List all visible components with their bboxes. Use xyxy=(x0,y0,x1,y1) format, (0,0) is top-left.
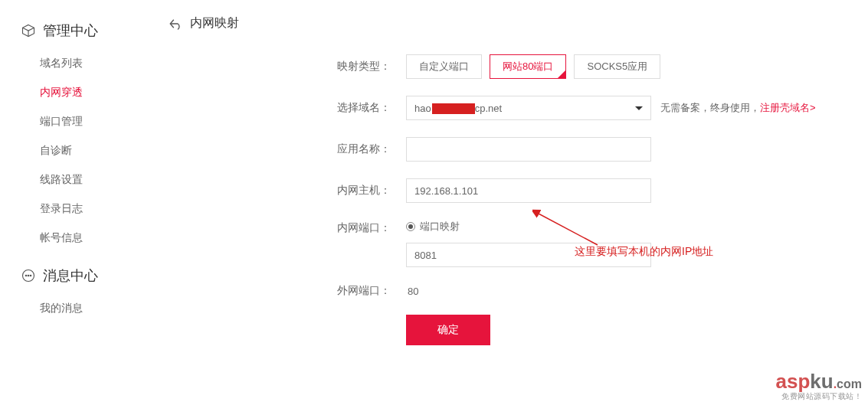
sidebar-item-label: 域名列表 xyxy=(40,57,83,69)
label-intranet-port: 内网端口： xyxy=(169,220,406,235)
sidebar-item-label: 自诊断 xyxy=(40,144,72,156)
sidebar-item-account-info[interactable]: 帐号信息 xyxy=(0,224,153,253)
sidebar-item-line-settings[interactable]: 线路设置 xyxy=(0,165,153,194)
label-extranet-port: 外网端口： xyxy=(169,284,406,298)
chat-icon xyxy=(21,269,35,283)
sidebar: 管理中心 域名列表 内网穿透 端口管理 自诊断 线路设置 登录日志 帐号信息 消… xyxy=(0,0,153,338)
brand-tld: com xyxy=(837,377,862,390)
row-host: 内网主机： xyxy=(169,178,868,203)
page-header: 内网映射 xyxy=(169,15,868,54)
app-name-input[interactable] xyxy=(406,137,651,162)
row-extranet-port: 外网端口： 80 xyxy=(169,284,868,298)
sidebar-item-label: 我的消息 xyxy=(40,302,83,314)
brand-suffix: ku xyxy=(810,370,833,393)
domain-hint-text: 无需备案，终身使用， xyxy=(660,102,760,113)
brand-prefix: asp xyxy=(775,370,810,393)
svg-point-3 xyxy=(25,275,27,276)
register-domain-link[interactable]: 注册壳域名> xyxy=(760,102,816,113)
option-label: SOCKS5应用 xyxy=(587,60,647,73)
label-domain: 选择域名： xyxy=(169,101,406,115)
host-input[interactable] xyxy=(406,178,651,203)
port-mapping-radio[interactable]: 端口映射 xyxy=(406,220,460,234)
sidebar-item-port-management[interactable]: 端口管理 xyxy=(0,107,153,136)
svg-point-4 xyxy=(28,275,29,276)
chevron-down-icon xyxy=(635,106,643,110)
watermark-brand: aspku.com xyxy=(775,371,862,391)
cube-icon xyxy=(21,24,35,38)
sidebar-item-label: 登录日志 xyxy=(40,202,83,214)
submit-label: 确定 xyxy=(437,323,459,337)
row-intranet-port: 内网端口： 端口映射 xyxy=(169,220,868,267)
main-content: 内网映射 映射类型： 自定义端口 网站80端口 SOCKS5应用 选择域名： h… xyxy=(169,0,868,377)
option-label: 自定义端口 xyxy=(419,60,469,73)
watermark-tagline: 免费网站源码下载站！ xyxy=(775,393,862,400)
sidebar-item-self-diagnosis[interactable]: 自诊断 xyxy=(0,136,153,165)
sidebar-section-messages: 消息中心 xyxy=(0,260,153,294)
watermark: aspku.com 免费网站源码下载站！ xyxy=(775,371,862,400)
label-host: 内网主机： xyxy=(169,184,406,198)
map-type-options: 自定义端口 网站80端口 SOCKS5应用 xyxy=(406,54,668,79)
sidebar-item-label: 端口管理 xyxy=(40,115,83,127)
sidebar-item-domain-list[interactable]: 域名列表 xyxy=(0,49,153,78)
sidebar-item-label: 帐号信息 xyxy=(40,231,83,243)
domain-select-value: hao .eicp.net xyxy=(414,103,635,114)
row-submit: 确定 xyxy=(169,315,868,345)
row-map-type: 映射类型： 自定义端口 网站80端口 SOCKS5应用 xyxy=(169,54,868,79)
label-app-name: 应用名称： xyxy=(169,142,406,156)
row-domain: 选择域名： hao .eicp.net 无需备案，终身使用，注册壳域名> xyxy=(169,96,868,120)
option-label: 网站80端口 xyxy=(503,60,553,73)
sidebar-item-intranet-penetration[interactable]: 内网穿透 xyxy=(0,78,153,107)
radio-icon xyxy=(406,222,415,231)
sidebar-section-admin: 管理中心 xyxy=(0,15,153,49)
sidebar-item-login-log[interactable]: 登录日志 xyxy=(0,194,153,224)
submit-button[interactable]: 确定 xyxy=(406,315,490,345)
radio-label: 端口映射 xyxy=(420,220,460,234)
sidebar-item-my-messages[interactable]: 我的消息 xyxy=(0,294,153,323)
label-map-type: 映射类型： xyxy=(169,60,406,73)
option-socks5[interactable]: SOCKS5应用 xyxy=(574,54,660,79)
row-app-name: 应用名称： xyxy=(169,137,868,162)
intranet-port-input[interactable] xyxy=(406,243,651,267)
sidebar-item-label: 内网穿透 xyxy=(40,86,83,98)
page-title: 内网映射 xyxy=(190,15,239,31)
sidebar-item-label: 线路设置 xyxy=(40,173,83,185)
svg-point-5 xyxy=(30,275,31,276)
domain-select[interactable]: hao .eicp.net xyxy=(406,96,651,120)
extranet-port-value: 80 xyxy=(406,286,418,297)
option-web-80-port[interactable]: 网站80端口 xyxy=(490,54,566,79)
redacted-box xyxy=(432,103,475,114)
sidebar-section-title: 管理中心 xyxy=(43,21,98,40)
domain-hint: 无需备案，终身使用，注册壳域名> xyxy=(660,101,816,115)
option-custom-port[interactable]: 自定义端口 xyxy=(406,54,482,79)
back-icon[interactable] xyxy=(169,17,182,31)
sidebar-section-title: 消息中心 xyxy=(43,266,98,285)
